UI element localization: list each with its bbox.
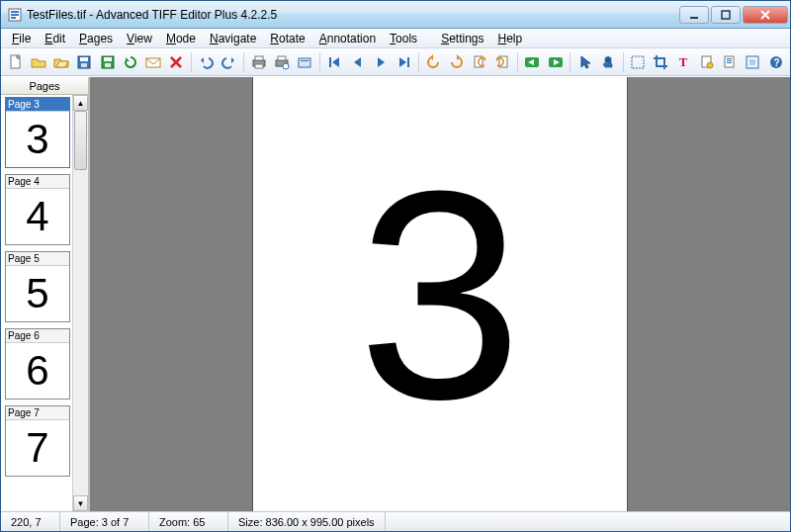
redo-button[interactable] xyxy=(219,51,239,73)
go-back-button[interactable] xyxy=(522,51,543,73)
rotate-right-icon xyxy=(449,54,465,70)
pointer-icon xyxy=(577,54,593,70)
scan-button[interactable] xyxy=(295,51,315,73)
minimize-button[interactable] xyxy=(679,6,709,24)
status-zoom: Zoom: 65 xyxy=(149,512,228,531)
page-right-button[interactable] xyxy=(492,51,513,73)
menu-tools[interactable]: Tools xyxy=(383,30,424,47)
select-area-icon xyxy=(630,54,646,70)
toolbar-separator xyxy=(319,52,320,72)
page-content: 3 xyxy=(358,146,523,443)
scroll-down-button[interactable]: ▼ xyxy=(73,495,88,511)
menu-annotation[interactable]: Annotation xyxy=(312,30,383,47)
svg-rect-2 xyxy=(11,14,19,16)
text-tool-icon: T xyxy=(676,54,692,70)
thumbnails-scrollbar[interactable]: ▲ ▼ xyxy=(72,95,88,511)
thumbnail[interactable]: Page 77 xyxy=(5,405,70,477)
canvas-area[interactable]: 3 xyxy=(90,77,790,511)
undo-button[interactable] xyxy=(196,51,217,73)
thumbnail-content: 7 xyxy=(6,420,69,476)
svg-rect-16 xyxy=(255,64,263,68)
save-button[interactable] xyxy=(74,51,95,73)
stamp-icon xyxy=(699,54,715,70)
menu-file[interactable]: File xyxy=(5,30,38,47)
scroll-thumb[interactable] xyxy=(74,111,87,170)
scroll-track[interactable] xyxy=(73,111,88,495)
pointer-button[interactable] xyxy=(574,51,595,73)
toolbar-separator xyxy=(191,52,192,72)
page-left-button[interactable] xyxy=(469,51,489,73)
open-folder-button[interactable] xyxy=(50,51,71,73)
print-preview-button[interactable] xyxy=(272,51,293,73)
svg-rect-3 xyxy=(11,17,16,19)
revert-button[interactable] xyxy=(120,51,140,73)
properties-button[interactable] xyxy=(720,51,741,73)
save-as-icon xyxy=(100,54,116,70)
thumbnail[interactable]: Page 44 xyxy=(5,174,70,245)
toolbar-separator xyxy=(243,52,244,72)
mail-button[interactable] xyxy=(142,51,163,73)
svg-rect-37 xyxy=(749,59,755,65)
rotate-right-button[interactable] xyxy=(446,51,467,73)
thumbnail[interactable]: Page 55 xyxy=(5,251,70,322)
svg-rect-5 xyxy=(722,11,730,19)
window-title: TestFiles.tif - Advanced TIFF Editor Plu… xyxy=(27,8,677,22)
menu-pages[interactable]: Pages xyxy=(72,30,120,47)
rotate-left-button[interactable] xyxy=(423,51,444,73)
scan-icon xyxy=(297,54,312,70)
menu-mode[interactable]: Mode xyxy=(159,30,203,47)
go-forward-button[interactable] xyxy=(545,51,566,73)
scroll-up-button[interactable]: ▲ xyxy=(73,95,88,111)
svg-rect-15 xyxy=(255,56,263,60)
menu-rotate[interactable]: Rotate xyxy=(263,30,311,47)
prev-button[interactable] xyxy=(347,51,368,73)
first-button[interactable] xyxy=(324,51,345,73)
thumbnail-content: 4 xyxy=(6,189,69,244)
status-page: Page: 3 of 7 xyxy=(60,512,149,531)
svg-point-31 xyxy=(707,62,713,68)
mail-icon xyxy=(145,54,161,70)
prev-icon xyxy=(350,54,366,70)
toolbar-separator xyxy=(570,52,571,72)
next-button[interactable] xyxy=(370,51,391,73)
delete-button[interactable] xyxy=(166,51,187,73)
thumbnail-label: Page 7 xyxy=(6,406,69,420)
hand-button[interactable] xyxy=(597,51,618,73)
save-as-button[interactable] xyxy=(97,51,118,73)
svg-rect-35 xyxy=(727,62,732,63)
pages-list: Page 33Page 44Page 55Page 66Page 77 ▲ ▼ xyxy=(1,95,88,511)
thumbnail[interactable]: Page 33 xyxy=(5,97,70,168)
crop-button[interactable] xyxy=(651,51,671,73)
fit-button[interactable] xyxy=(743,51,763,73)
print-button[interactable] xyxy=(248,51,269,73)
go-forward-icon xyxy=(548,54,564,70)
menu-settings[interactable]: Settings xyxy=(434,30,490,47)
maximize-button[interactable] xyxy=(711,6,741,24)
crop-icon xyxy=(653,54,668,70)
new-button[interactable] xyxy=(5,51,26,73)
menu-view[interactable]: View xyxy=(120,30,159,47)
svg-text:T: T xyxy=(679,55,687,69)
svg-rect-33 xyxy=(727,58,732,59)
text-tool-button[interactable]: T xyxy=(673,51,694,73)
svg-rect-1 xyxy=(11,11,19,13)
open-button[interactable] xyxy=(28,51,48,73)
stamp-button[interactable] xyxy=(696,51,717,73)
properties-icon xyxy=(722,54,738,70)
help-button[interactable]: ? xyxy=(765,51,786,73)
select-area-button[interactable] xyxy=(628,51,649,73)
svg-rect-20 xyxy=(299,58,310,67)
close-button[interactable] xyxy=(743,6,788,24)
last-button[interactable] xyxy=(394,51,414,73)
toolbar-separator xyxy=(418,52,419,72)
thumbnail[interactable]: Page 66 xyxy=(5,328,70,399)
thumbnail-label: Page 4 xyxy=(6,175,69,189)
titlebar: TestFiles.tif - Advanced TIFF Editor Plu… xyxy=(1,1,790,29)
workspace: Pages Page 33Page 44Page 55Page 66Page 7… xyxy=(1,76,790,511)
svg-rect-8 xyxy=(80,57,88,61)
thumbnail-content: 5 xyxy=(6,266,69,321)
menu-navigate[interactable]: Navigate xyxy=(203,30,263,47)
menu-edit[interactable]: Edit xyxy=(38,30,72,47)
svg-rect-21 xyxy=(301,60,308,61)
menu-help[interactable]: Help xyxy=(491,30,530,47)
